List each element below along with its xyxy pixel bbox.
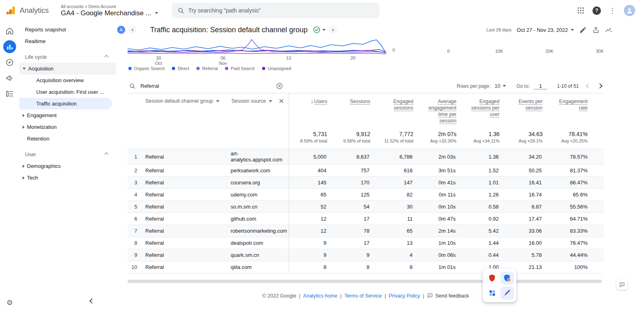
row-source: robertsonmarketing.com [227, 225, 289, 237]
metric-label: Engaged sessions [393, 99, 413, 111]
x-tick: 30Oct [155, 56, 162, 66]
apps-grid-icon[interactable] [577, 7, 584, 14]
metric-header-average-engagement-time-per-session[interactable]: Average engagement time per session [413, 93, 456, 124]
table-filter-input[interactable] [140, 83, 271, 89]
row-channel: Referral [141, 225, 227, 237]
send-feedback-button[interactable]: Send feedback [427, 293, 469, 299]
line-chart [128, 39, 386, 55]
customize-report-icon[interactable] [579, 26, 587, 34]
row-value-events-per-session: 17.47 [500, 213, 543, 225]
row-value-sessions: 170 [327, 177, 370, 189]
extension-icon-red-shield[interactable] [485, 272, 499, 285]
help-icon[interactable]: ? [592, 6, 601, 15]
global-search[interactable] [172, 3, 380, 18]
metric-header-events-per-session[interactable]: Events per session [500, 93, 543, 124]
row-value-engaged-sessions: 30 [370, 201, 413, 213]
explore-icon[interactable] [3, 56, 16, 69]
reports-icon[interactable] [3, 40, 16, 53]
metric-header-sessions[interactable]: Sessions [327, 93, 370, 124]
analytics-logo[interactable]: Analytics [6, 5, 49, 16]
x-tick: 06Nov [219, 56, 227, 66]
add-report-button[interactable] [329, 26, 336, 33]
table-row-7: 7Referralrobertsonmarketing.com1278652m … [128, 225, 604, 237]
badge-caret-icon [322, 29, 326, 31]
terms-link[interactable]: Terms of Service [344, 293, 382, 299]
library-icon[interactable] [3, 87, 16, 100]
total-value: 1.36 [456, 131, 500, 137]
report-badge[interactable]: A [117, 26, 125, 34]
x-tick: 13 [286, 56, 291, 61]
nav-acquisition[interactable]: Acquisition [19, 63, 116, 74]
metric-header-engaged-sessions[interactable]: Engaged sessions [370, 93, 413, 124]
nav-traffic-acquisition[interactable]: Traffic acquisition [19, 98, 112, 110]
nav-realtime[interactable]: Realtime [19, 35, 116, 47]
nav-demographics[interactable]: Demographics [19, 160, 116, 172]
product-name: Analytics [20, 6, 49, 15]
nav-tech[interactable]: Tech [19, 172, 116, 184]
row-value-engaged-sessions: 147 [370, 177, 413, 189]
chart-area: 30Oct 06Nov 13 20 0 0 10K 20K 30K Organi… [128, 39, 644, 79]
extension-icon-blue-shield[interactable] [500, 272, 514, 285]
kebab-menu-icon[interactable]: ⋮ [609, 7, 616, 14]
date-range-picker[interactable]: Oct 27 - Nov 23, 2022 [517, 27, 574, 33]
row-index-header [128, 93, 141, 124]
rows-per-page-select[interactable]: 10 [495, 83, 506, 89]
insights-icon[interactable] [605, 26, 613, 34]
feedback-label: Send feedback [436, 293, 469, 299]
prev-page-button[interactable] [584, 81, 592, 91]
metric-total-events-per-session: 34.63Avg +28.1% [500, 124, 543, 149]
nav-section-lifecycle[interactable]: Life cycle [19, 51, 116, 63]
nav-monetization[interactable]: Monetization [19, 121, 116, 133]
chart-legend: Organic SearchDirectReferralPaid SearchU… [128, 66, 291, 71]
dropdown-caret-icon [503, 85, 506, 87]
add-comparison-button[interactable] [129, 26, 136, 33]
metric-header-engaged-sessions-per-user[interactable]: Engaged sessions per user [456, 93, 500, 124]
nav-collapse-button[interactable] [88, 295, 96, 306]
row-value-engaged-sessions-per-user: 1.26 [456, 189, 500, 201]
feedback-side-tab[interactable] [616, 279, 627, 290]
nav-user-acquisition[interactable]: User acquisition: First user ... [19, 86, 116, 98]
dim-header-session-source[interactable]: Session source [227, 93, 289, 124]
horizontal-scrollbar[interactable] [128, 280, 602, 283]
home-icon[interactable] [3, 25, 16, 37]
dim-header-channel-group[interactable]: Session default channel group [141, 93, 227, 124]
nav-retention[interactable]: Retention [19, 133, 116, 145]
advertising-icon[interactable] [3, 72, 16, 85]
metric-header-users[interactable]: ↓Users [289, 93, 327, 124]
admin-gear-icon[interactable]: ⚙ [6, 298, 13, 307]
bar-axis-tick: 20K [545, 49, 553, 54]
total-value: 5,731 [289, 131, 328, 137]
app-header: Analytics All accounts > Demo Account GA… [0, 0, 644, 21]
date-preset-label: Last 28 days [486, 27, 511, 32]
row-channel: Referral [141, 213, 227, 225]
remove-dimension-button[interactable] [279, 99, 284, 103]
row-value-sessions: 17 [327, 213, 370, 225]
next-page-button[interactable] [596, 81, 604, 91]
share-icon[interactable] [592, 26, 600, 34]
extension-icon-blue-grid[interactable] [485, 287, 499, 300]
row-value-average-engagement-time-per-session: 0m 41s [413, 177, 456, 189]
row-value-average-engagement-time-per-session: 0m 47s [413, 213, 456, 225]
legend-label: Paid Search [231, 66, 255, 71]
row-value-average-engagement-time-per-session: 3m 51s [413, 165, 456, 177]
clear-filter-button[interactable] [276, 83, 283, 89]
nav-engagement[interactable]: Engagement [19, 110, 116, 121]
report-saved-badge[interactable] [313, 26, 326, 33]
row-value-sessions: 8,637 [327, 149, 370, 165]
goto-page-input[interactable] [534, 83, 547, 89]
nav-reports-snapshot[interactable]: Reports snapshot [19, 24, 116, 35]
metric-header-engagement-rate[interactable]: Engagement rate [543, 93, 604, 124]
extension-icon-purple-pen[interactable] [500, 287, 514, 300]
nav-acquisition-overview[interactable]: Acquisition overview [19, 74, 116, 86]
analytics-home-link[interactable]: Analytics home [303, 293, 337, 299]
user-avatar[interactable] [624, 5, 635, 16]
table-search[interactable] [128, 83, 289, 89]
property-switcher[interactable]: All accounts > Demo Account GA4 - Google… [61, 4, 158, 17]
metric-label: Average engagement time per session [428, 99, 456, 124]
global-search-input[interactable] [188, 7, 374, 14]
privacy-link[interactable]: Privacy Policy [389, 293, 420, 299]
series-paid-search [128, 53, 386, 54]
goto-label: Go to: [516, 83, 530, 89]
x-tick: 20 [351, 56, 355, 61]
nav-section-user[interactable]: User [19, 148, 116, 160]
